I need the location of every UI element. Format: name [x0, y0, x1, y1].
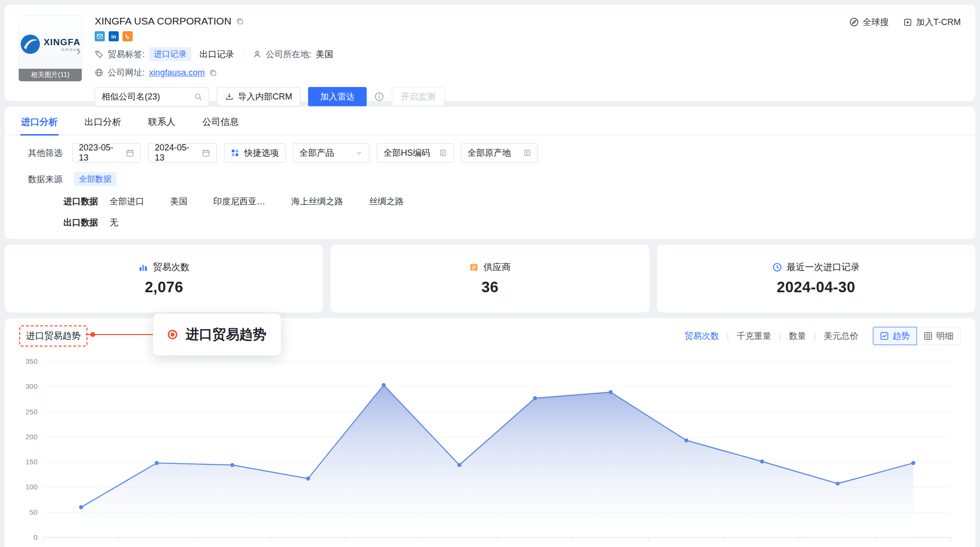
social-email-icon[interactable]: [95, 31, 105, 41]
svg-text:200: 200: [25, 433, 37, 441]
annotation-connector-dot: [90, 332, 95, 337]
import-trend-section-title: 进口贸易趋势: [19, 325, 87, 347]
chevron-down-icon: [355, 149, 363, 157]
date-to-input[interactable]: 2024-05-13: [148, 143, 217, 162]
filter-row: 其他筛选 2023-05-13 2024-05-13 快捷选项: [5, 136, 975, 162]
import-crm-label: 导入内部CRM: [238, 91, 292, 102]
import-data-item: 丝绸之路: [369, 196, 404, 207]
panel-icon: [523, 149, 531, 157]
tab-company-info[interactable]: 公司信息: [201, 107, 240, 135]
import-icon: [225, 92, 234, 101]
target-dot-icon: [168, 330, 177, 339]
metric-kg-weight[interactable]: 千克重量: [737, 330, 771, 342]
svg-text:0: 0: [34, 533, 37, 541]
copy-website-icon[interactable]: [209, 69, 217, 77]
svg-text:50: 50: [29, 508, 37, 516]
copy-company-name-icon[interactable]: [236, 17, 244, 25]
divider: [243, 50, 244, 59]
view-toggle: 趋势 明细: [873, 327, 961, 345]
stat-label: 供应商: [484, 261, 511, 274]
add-radar-button[interactable]: 加入雷达: [308, 87, 367, 106]
other-filters-label: 其他筛选: [28, 147, 62, 159]
globe-icon: [95, 68, 103, 77]
location-label: 公司所在地:: [266, 49, 311, 60]
import-records-tag[interactable]: 进口记录: [149, 47, 191, 61]
product-select[interactable]: 全部产品: [293, 143, 370, 162]
svg-text:100: 100: [25, 483, 37, 491]
tag-icon: [95, 50, 103, 59]
similar-companies-button[interactable]: 相似公司名(23): [95, 87, 209, 106]
tab-contacts[interactable]: 联系人: [147, 107, 176, 135]
analysis-card: 进口分析 出口分析 联系人 公司信息 其他筛选 2023-05-13 2024-…: [5, 107, 975, 239]
product-select-value: 全部产品: [299, 147, 334, 159]
date-from-value: 2023-05-13: [79, 143, 121, 163]
stat-value-last-import: 2024-04-30: [777, 279, 856, 296]
similar-search-icon: [194, 93, 202, 101]
global-search-link[interactable]: 全球搜: [849, 16, 889, 28]
datasource-all-tag[interactable]: 全部数据: [74, 172, 116, 186]
detail-view-label: 明细: [936, 330, 954, 342]
header-topright: 全球搜 加入T-CRM: [849, 16, 961, 28]
page: XINGFA GROUP 相关图片(11) › XINGFA USA CORPO…: [0, 0, 980, 547]
social-linkedin-icon[interactable]: in: [109, 31, 119, 41]
related-images-label: 相关图片(11): [19, 69, 82, 81]
supplier-icon: [469, 262, 479, 272]
company-header-card: XINGFA GROUP 相关图片(11) › XINGFA USA CORPO…: [5, 5, 975, 101]
import-data-label: 进口数据: [63, 196, 98, 207]
next-image-arrow[interactable]: ›: [76, 45, 81, 57]
stat-cards: 贸易次数 2,076 供应商 36 最近一次进口记录 2024-04-30: [5, 245, 975, 312]
stat-card-trade-count: 贸易次数 2,076: [5, 245, 323, 312]
company-location: 美国: [316, 49, 333, 60]
add-tcrm-link[interactable]: 加入T-CRM: [903, 16, 961, 28]
start-monitoring-button[interactable]: 开启监测: [392, 87, 445, 106]
hs-code-select[interactable]: 全部HS编码: [377, 143, 454, 162]
stat-value-suppliers: 36: [482, 279, 498, 296]
company-website-link[interactable]: xingfausa.com: [149, 68, 205, 78]
origin-select-value: 全部原产地: [468, 147, 511, 159]
import-trend-chart[interactable]: 0501001502002503003502023-052023-062023-…: [19, 354, 961, 547]
analysis-tabs: 进口分析 出口分析 联系人 公司信息: [5, 107, 975, 136]
stat-value-trade-count: 2,076: [145, 279, 183, 296]
export-data-label: 出口数据: [63, 217, 98, 228]
metric-quantity[interactable]: 数量: [789, 330, 806, 342]
origin-select[interactable]: 全部原产地: [461, 143, 538, 162]
import-trend-callout: 进口贸易趋势: [153, 313, 281, 356]
calendar-icon: [126, 149, 134, 157]
svg-text:150: 150: [25, 458, 37, 466]
global-search-icon: [849, 17, 859, 27]
divider: |: [779, 331, 782, 341]
info-icon[interactable]: [374, 92, 384, 101]
similar-companies-label: 相似公司名(23): [101, 91, 160, 102]
annotation-connector-line: [86, 334, 156, 335]
date-from-input[interactable]: 2023-05-13: [72, 143, 141, 162]
metric-usd-total[interactable]: 美元总价: [824, 330, 858, 342]
xingfa-emblem-icon: [20, 34, 40, 54]
import-trend-card: 进口贸易趋势 贸易次数 | 千克重量 | 数量 | 美元总价 趋势: [5, 318, 975, 547]
export-records-tag[interactable]: 出口记录: [199, 49, 234, 60]
stat-card-suppliers: 供应商 36: [331, 245, 649, 312]
detail-view-button[interactable]: 明细: [917, 327, 961, 345]
import-data-item: 海上丝绸之路: [291, 196, 343, 207]
export-data-value: 无: [110, 217, 118, 228]
tab-export-analysis[interactable]: 出口分析: [84, 107, 122, 135]
trend-chart-icon: [880, 332, 889, 340]
svg-text:250: 250: [25, 408, 37, 416]
add-tcrm-label: 加入T-CRM: [916, 16, 961, 28]
quick-options-label: 快捷选项: [244, 147, 279, 159]
tab-import-analysis[interactable]: 进口分析: [20, 107, 59, 135]
social-phone-icon[interactable]: [123, 31, 133, 41]
divider: |: [814, 331, 816, 341]
quick-options-button[interactable]: 快捷选项: [224, 143, 285, 162]
trend-view-button[interactable]: 趋势: [873, 327, 917, 345]
logo-text: XINGFA: [44, 37, 81, 48]
trend-view-label: 趋势: [893, 330, 910, 342]
quick-options-icon: [231, 149, 239, 157]
callout-title: 进口贸易趋势: [186, 325, 266, 344]
website-label: 公司网址:: [108, 67, 145, 78]
bar-chart-icon: [138, 262, 148, 272]
metric-trade-count[interactable]: 贸易次数: [684, 330, 719, 342]
panel-icon: [439, 149, 447, 157]
import-crm-button[interactable]: 导入内部CRM: [217, 87, 300, 106]
clock-icon: [772, 262, 782, 272]
detail-grid-icon: [924, 332, 932, 340]
